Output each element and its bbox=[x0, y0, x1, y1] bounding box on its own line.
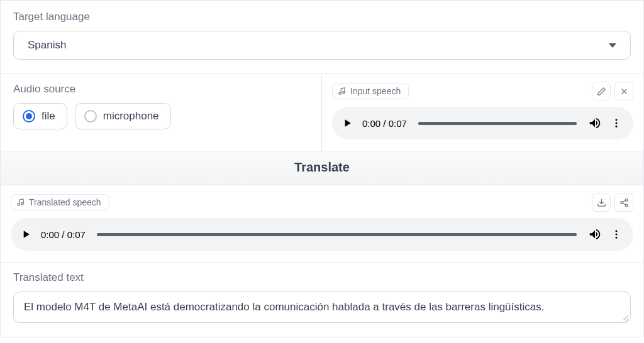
progress-track[interactable] bbox=[97, 233, 577, 236]
audio-input-row: Audio source file microphone Input speec… bbox=[0, 74, 644, 151]
more-button[interactable] bbox=[611, 229, 622, 240]
translated-speech-player[interactable]: 0:00 / 0:07 bbox=[11, 218, 633, 251]
audio-source-radio-group: file microphone bbox=[13, 103, 309, 129]
audio-source-section: Audio source file microphone bbox=[1, 74, 322, 151]
translate-label: Translate bbox=[294, 160, 350, 174]
target-language-section: Target language Spanish bbox=[0, 0, 644, 74]
translate-button[interactable]: Translate bbox=[0, 151, 644, 185]
close-icon bbox=[619, 87, 629, 96]
input-speech-section: Input speech 0:00 / 0:07 bbox=[322, 74, 643, 151]
svg-point-2 bbox=[616, 119, 618, 121]
translated-speech-section: Translated speech 0:00 / 0:07 bbox=[0, 185, 644, 263]
target-language-select[interactable]: Spanish bbox=[13, 31, 631, 60]
radio-icon bbox=[84, 110, 97, 122]
translated-text-value: El modelo M4T de MetaAI está democratiza… bbox=[24, 301, 544, 313]
chevron-down-icon bbox=[609, 43, 616, 48]
music-icon bbox=[16, 198, 25, 207]
translated-speech-label: Translated speech bbox=[29, 197, 101, 207]
radio-label: file bbox=[42, 110, 55, 122]
share-icon bbox=[619, 198, 629, 207]
share-button[interactable] bbox=[614, 193, 633, 212]
edit-button[interactable] bbox=[592, 82, 611, 101]
clear-button[interactable] bbox=[614, 82, 633, 101]
svg-point-5 bbox=[18, 204, 20, 206]
audio-source-label: Audio source bbox=[13, 83, 309, 95]
translated-text-label: Translated text bbox=[13, 271, 631, 284]
volume-icon bbox=[588, 227, 602, 241]
more-vertical-icon bbox=[611, 229, 622, 240]
volume-button[interactable] bbox=[588, 116, 602, 130]
audio-source-option-microphone[interactable]: microphone bbox=[75, 103, 171, 129]
resize-handle-icon[interactable] bbox=[621, 313, 628, 320]
download-button[interactable] bbox=[592, 193, 611, 212]
player-time: 0:00 / 0:07 bbox=[41, 229, 86, 240]
play-button[interactable] bbox=[341, 117, 353, 129]
svg-point-9 bbox=[625, 204, 628, 207]
input-speech-chip: Input speech bbox=[332, 83, 409, 99]
svg-point-0 bbox=[339, 92, 341, 95]
input-speech-player[interactable]: 0:00 / 0:07 bbox=[332, 107, 633, 139]
pencil-icon bbox=[597, 87, 606, 96]
more-button[interactable] bbox=[611, 117, 622, 129]
svg-point-3 bbox=[616, 122, 618, 124]
svg-point-10 bbox=[616, 230, 618, 232]
player-time: 0:00 / 0:07 bbox=[362, 118, 407, 129]
svg-point-7 bbox=[625, 199, 628, 201]
more-vertical-icon bbox=[611, 117, 622, 129]
input-speech-label: Input speech bbox=[350, 86, 401, 96]
svg-point-1 bbox=[343, 92, 345, 94]
progress-track[interactable] bbox=[418, 122, 577, 125]
svg-point-8 bbox=[620, 201, 623, 204]
play-button[interactable] bbox=[19, 228, 32, 241]
radio-icon bbox=[23, 110, 35, 122]
audio-source-option-file[interactable]: file bbox=[13, 103, 67, 129]
target-language-label: Target language bbox=[13, 11, 631, 23]
radio-label: microphone bbox=[103, 110, 159, 122]
play-icon bbox=[19, 228, 32, 241]
svg-point-6 bbox=[21, 203, 24, 205]
target-language-value: Spanish bbox=[28, 39, 66, 52]
download-icon bbox=[597, 198, 606, 207]
translated-speech-chip: Translated speech bbox=[11, 194, 109, 210]
play-icon bbox=[341, 117, 353, 129]
music-icon bbox=[338, 87, 347, 95]
svg-point-4 bbox=[616, 126, 618, 128]
translated-text-output[interactable]: El modelo M4T de MetaAI está democratiza… bbox=[13, 291, 631, 323]
translated-text-section: Translated text El modelo M4T de MetaAI … bbox=[0, 263, 644, 337]
svg-point-12 bbox=[616, 237, 618, 239]
volume-icon bbox=[588, 116, 602, 130]
svg-point-11 bbox=[616, 234, 618, 236]
volume-button[interactable] bbox=[588, 227, 602, 241]
